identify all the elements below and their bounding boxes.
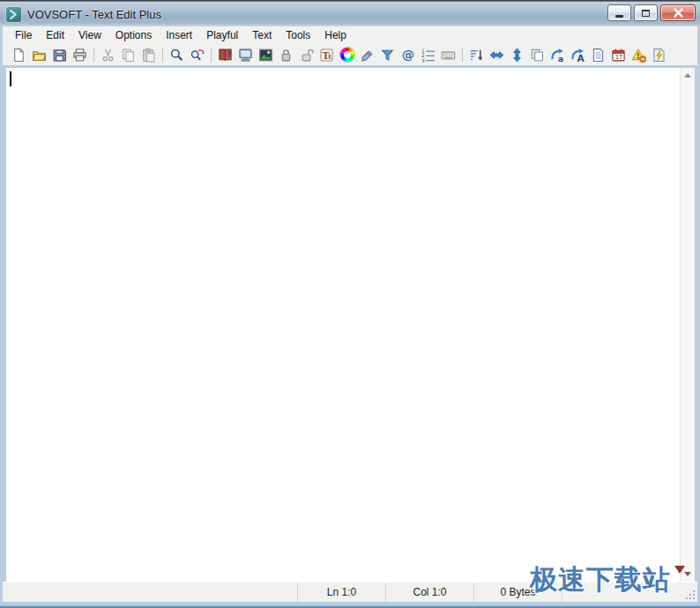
- eraser-button[interactable]: [357, 45, 377, 64]
- maximize-button[interactable]: [634, 4, 658, 21]
- uppercase-button[interactable]: A: [568, 45, 588, 64]
- save-icon: [52, 48, 67, 63]
- menu-bar: FileEditViewOptionsInsertPlayfulTextTool…: [3, 26, 697, 44]
- minimize-icon: [615, 15, 623, 18]
- warning-icon: [631, 48, 646, 63]
- help-book-button[interactable]: ?: [215, 45, 235, 64]
- flash-button[interactable]: [649, 45, 669, 64]
- color-wheel-icon: [340, 48, 354, 62]
- keyboard-button[interactable]: [438, 45, 458, 64]
- status-panel-right: [562, 582, 697, 602]
- save-button[interactable]: [49, 45, 70, 64]
- menu-item-help[interactable]: Help: [317, 27, 354, 43]
- font-button[interactable]: Tt: [316, 45, 337, 64]
- cut-icon: [101, 48, 115, 63]
- svg-text:A: A: [577, 52, 585, 62]
- arrows-horizontal-icon: [489, 48, 504, 63]
- title-bar[interactable]: VOVSOFT - Text Edit Plus: [0, 1, 700, 26]
- maximize-icon: [642, 10, 650, 17]
- color-wheel-button[interactable]: [337, 45, 357, 64]
- print-icon: [72, 48, 87, 63]
- find-icon: [169, 48, 184, 63]
- window-title: VOVSOFT - Text Edit Plus: [27, 8, 161, 21]
- find-replace-button[interactable]: [187, 45, 207, 64]
- menu-item-playful[interactable]: Playful: [199, 27, 245, 43]
- monitor-button[interactable]: [235, 45, 256, 64]
- calendar-icon: 17: [611, 48, 626, 63]
- scrollbar-track[interactable]: [681, 83, 695, 567]
- lock-icon: [279, 48, 294, 63]
- editor-container: [3, 65, 697, 582]
- sort-lines-icon: [469, 48, 484, 63]
- unlock-button[interactable]: [296, 45, 316, 64]
- svg-text:a: a: [558, 53, 563, 62]
- lowercase-icon: a: [550, 48, 565, 63]
- paste-icon: [141, 48, 156, 63]
- open-folder-icon: [32, 48, 47, 63]
- minimize-button[interactable]: [607, 4, 631, 21]
- scroll-up-button[interactable]: [681, 68, 695, 83]
- menu-item-tools[interactable]: Tools: [279, 27, 317, 43]
- menu-item-insert[interactable]: Insert: [159, 27, 199, 43]
- warning-button[interactable]: [629, 45, 649, 64]
- svg-text:@: @: [402, 48, 414, 62]
- scroll-down-icon: [684, 572, 691, 576]
- menu-item-view[interactable]: View: [71, 27, 108, 43]
- close-icon: [674, 8, 683, 18]
- text-editor[interactable]: [6, 68, 680, 582]
- vertical-scrollbar[interactable]: [680, 68, 695, 582]
- close-button[interactable]: [660, 4, 696, 21]
- new-file-button[interactable]: [9, 45, 29, 64]
- toolbar: ?Tt@123aA17: [3, 44, 697, 65]
- flash-icon: [652, 48, 666, 63]
- document-lines-icon: [591, 48, 606, 63]
- status-column-indicator: Col 1:0: [385, 582, 473, 602]
- print-button[interactable]: [70, 45, 90, 64]
- lowercase-button[interactable]: a: [547, 45, 568, 64]
- duplicate-pages-icon: [530, 48, 545, 63]
- arrows-vertical-icon: [510, 48, 525, 63]
- email-at-icon: @: [400, 48, 415, 63]
- watermark-arrow-icon: [674, 566, 685, 574]
- arrows-horizontal-button[interactable]: [487, 45, 507, 64]
- cut-button[interactable]: [98, 45, 118, 64]
- resize-grip[interactable]: [685, 589, 696, 601]
- calendar-button[interactable]: 17: [608, 45, 629, 64]
- numbered-list-button[interactable]: 123: [418, 45, 438, 64]
- app-window: VOVSOFT - Text Edit Plus FileEditViewOpt…: [0, 0, 700, 608]
- find-replace-icon: [190, 48, 205, 63]
- open-folder-button[interactable]: [29, 45, 49, 64]
- copy-icon: [121, 48, 136, 63]
- email-at-button[interactable]: @: [398, 45, 418, 64]
- help-book-icon: ?: [218, 48, 233, 63]
- svg-text:?: ?: [227, 50, 231, 59]
- toolbar-separator: [93, 48, 94, 63]
- filter-icon: [380, 48, 395, 63]
- find-button[interactable]: [167, 45, 187, 64]
- arrows-vertical-button[interactable]: [507, 45, 527, 64]
- duplicate-pages-button[interactable]: [527, 45, 547, 64]
- scroll-up-icon: [684, 73, 691, 78]
- filter-button[interactable]: [377, 45, 398, 64]
- sort-lines-button[interactable]: [466, 45, 487, 64]
- keyboard-icon: [441, 48, 456, 63]
- image-button[interactable]: [256, 45, 276, 64]
- text-edit-plus-app-icon: [6, 7, 21, 22]
- font-icon: Tt: [319, 48, 334, 63]
- toolbar-separator: [162, 48, 163, 63]
- text-caret: [10, 71, 11, 86]
- menu-item-edit[interactable]: Edit: [39, 27, 71, 43]
- window-controls: [607, 4, 696, 21]
- lock-button[interactable]: [276, 45, 296, 64]
- uppercase-icon: A: [570, 48, 585, 63]
- svg-text:3: 3: [421, 57, 425, 62]
- menu-item-options[interactable]: Options: [108, 27, 159, 43]
- document-lines-button[interactable]: [588, 45, 608, 64]
- menu-item-file[interactable]: File: [8, 27, 39, 43]
- paste-button[interactable]: [138, 45, 159, 64]
- copy-button[interactable]: [118, 45, 138, 64]
- window-bottom-border: [0, 602, 700, 608]
- new-file-icon: [11, 48, 26, 63]
- unlock-icon: [299, 48, 314, 63]
- menu-item-text[interactable]: Text: [245, 27, 279, 43]
